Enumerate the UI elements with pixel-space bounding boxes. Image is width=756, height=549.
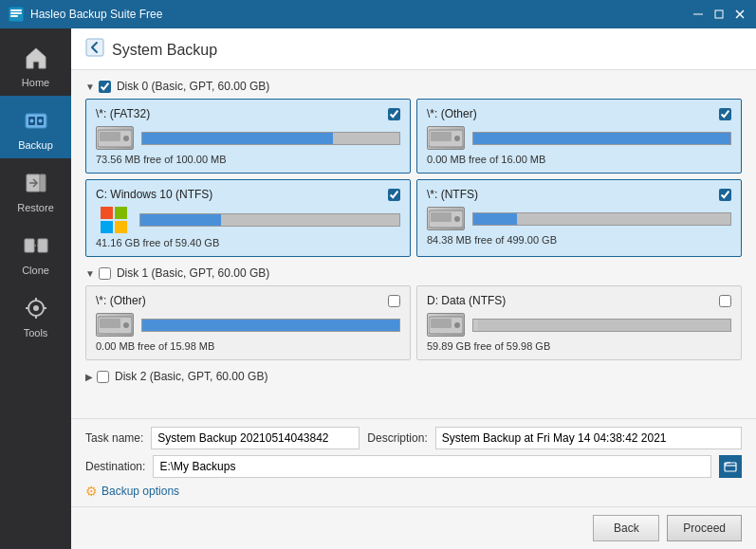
partition-windows-row	[96, 207, 400, 233]
disk-0-checkbox[interactable]	[99, 81, 111, 93]
drive-other1-icon	[96, 313, 134, 337]
partition-fat32-name: \*: (FAT32)	[96, 107, 150, 120]
disk-2-expand-icon[interactable]: ▶	[85, 372, 93, 382]
sidebar: Home Backup	[0, 28, 71, 549]
partition-fat32-free: 73.56 MB free of 100.00 MB	[96, 154, 400, 165]
partition-ntfs0-checkbox[interactable]	[719, 189, 731, 201]
drive-fat32-icon	[96, 126, 134, 150]
clone-icon	[19, 229, 53, 263]
sidebar-item-backup[interactable]: Backup	[0, 96, 71, 158]
partition-fat32-progress	[141, 132, 400, 145]
description-input[interactable]	[435, 427, 742, 449]
partition-other1-fill	[142, 320, 399, 331]
disk-1-checkbox[interactable]	[99, 267, 111, 280]
partition-other0-name: \*: (Other)	[427, 107, 477, 120]
disk-0-header: ▼ Disk 0 (Basic, GPT, 60.00 GB)	[85, 80, 742, 93]
backup-options-row: ⚙ Backup options	[85, 484, 742, 499]
partition-windows-free: 41.16 GB free of 59.40 GB	[96, 237, 400, 248]
backup-options-link[interactable]: Backup options	[101, 485, 179, 498]
svg-rect-32	[101, 221, 113, 233]
partition-data-checkbox[interactable]	[719, 295, 731, 307]
svg-point-18	[33, 305, 39, 311]
disk-2-checkbox[interactable]	[97, 371, 109, 383]
partition-windows-checkbox[interactable]	[388, 189, 400, 201]
drive-data-icon	[427, 313, 465, 337]
back-arrow-icon	[85, 38, 104, 62]
home-icon	[19, 41, 53, 75]
partition-windows-name: C: Windows 10 (NTFS)	[96, 188, 212, 201]
sidebar-item-tools[interactable]: Tools	[0, 284, 71, 346]
partition-windows-bar-area	[139, 213, 400, 227]
backup-icon	[19, 103, 53, 137]
partition-other1-checkbox[interactable]	[388, 295, 400, 307]
disk-0-expand-icon[interactable]: ▼	[85, 82, 95, 92]
partition-other0-row	[427, 126, 731, 150]
partition-fat32-checkbox[interactable]	[388, 108, 400, 120]
sidebar-label-tools: Tools	[24, 327, 48, 339]
svg-rect-14	[40, 174, 46, 192]
partition-other0-checkbox[interactable]	[719, 108, 731, 120]
footer: Back Proceed	[71, 506, 756, 549]
partition-data-bar-area	[472, 319, 731, 332]
partition-windows-progress	[139, 213, 400, 227]
svg-point-11	[29, 119, 33, 123]
partition-fat32-header: \*: (FAT32)	[96, 107, 400, 120]
svg-rect-20	[35, 315, 37, 319]
svg-rect-1	[10, 9, 22, 11]
sidebar-label-home: Home	[22, 77, 49, 88]
partition-card-other0: \*: (Other)	[416, 99, 742, 174]
task-name-label: Task name:	[85, 431, 143, 445]
disk-scroll-area: ▼ Disk 0 (Basic, GPT, 60.00 GB) \*: (FAT…	[71, 70, 756, 418]
title-bar: Hasleo Backup Suite Free	[0, 0, 756, 28]
partition-ntfs0-progress	[472, 212, 731, 226]
svg-rect-19	[35, 298, 37, 302]
content-header: System Backup	[71, 28, 756, 70]
destination-row: Destination:	[85, 455, 742, 478]
app-icon	[8, 6, 25, 23]
partition-other0-header: \*: (Other)	[427, 107, 731, 120]
disk-1-expand-icon[interactable]: ▼	[85, 268, 95, 279]
svg-rect-31	[115, 207, 127, 219]
partition-other0-bar-area	[472, 132, 731, 145]
proceed-button[interactable]: Proceed	[667, 515, 742, 541]
partition-data-header: D: Data (NTFS)	[427, 294, 731, 307]
disk-1-label: Disk 1 (Basic, GPT, 60.00 GB)	[117, 266, 269, 280]
disk-0-label: Disk 0 (Basic, GPT, 60.00 GB)	[117, 80, 269, 93]
window-controls	[690, 6, 748, 23]
drive-ntfs0-icon	[427, 207, 465, 230]
svg-rect-28	[431, 132, 452, 141]
svg-rect-35	[431, 212, 452, 222]
partition-card-windows: C: Windows 10 (NTFS)	[85, 179, 411, 257]
sidebar-item-restore[interactable]: Restore	[0, 158, 71, 221]
svg-rect-41	[431, 319, 452, 328]
partition-card-fat32: \*: (FAT32)	[85, 99, 411, 174]
destination-input[interactable]	[153, 455, 711, 478]
content-area: System Backup ▼ Disk 0 (Basic, GPT, 60.0…	[71, 28, 756, 549]
gear-icon: ⚙	[85, 484, 98, 499]
svg-rect-4	[693, 14, 703, 15]
partition-data-name: D: Data (NTFS)	[427, 294, 506, 307]
disk-list: ▼ Disk 0 (Basic, GPT, 60.00 GB) \*: (FAT…	[71, 70, 756, 418]
svg-rect-25	[100, 132, 120, 141]
partition-other0-fill	[473, 133, 730, 144]
maximize-button[interactable]	[710, 6, 728, 23]
partition-data-progress	[472, 319, 731, 332]
disk-group-2: ▶ Disk 2 (Basic, GPT, 60.00 GB)	[85, 370, 742, 383]
sidebar-item-home[interactable]: Home	[0, 33, 71, 96]
form-area: Task name: Description: Destination: ⚙ B…	[71, 418, 756, 506]
svg-rect-22	[43, 307, 46, 309]
partition-ntfs0-bar-area	[472, 212, 731, 226]
back-button[interactable]: Back	[593, 515, 659, 541]
disk-group-0: ▼ Disk 0 (Basic, GPT, 60.00 GB) \*: (FAT…	[85, 80, 742, 257]
restore-icon	[19, 166, 53, 200]
sidebar-item-clone[interactable]: Clone	[0, 221, 71, 284]
partition-ntfs0-row	[427, 207, 731, 230]
close-button[interactable]	[731, 6, 748, 23]
svg-rect-23	[86, 39, 103, 56]
app-body: Home Backup	[0, 28, 756, 549]
svg-rect-38	[100, 319, 120, 328]
partition-fat32-bar-area	[141, 132, 400, 145]
task-name-input[interactable]	[151, 427, 360, 449]
minimize-button[interactable]	[690, 6, 707, 23]
destination-browse-button[interactable]	[719, 455, 742, 478]
